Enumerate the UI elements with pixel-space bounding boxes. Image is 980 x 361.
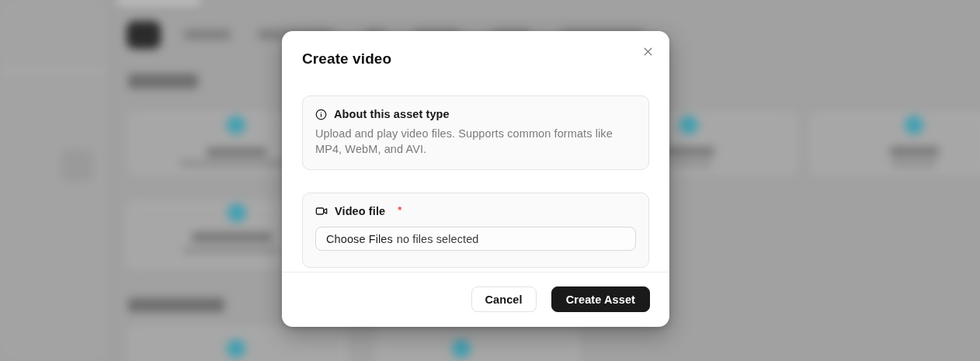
video-camera-icon — [315, 205, 328, 217]
video-file-field-group: Video file * Choose Files no files selec… — [302, 193, 649, 268]
required-asterisk: * — [398, 204, 401, 216]
blurred-card-subtitle — [179, 160, 294, 167]
create-asset-button[interactable]: Create Asset — [551, 286, 650, 312]
file-selection-status: no files selected — [397, 233, 479, 245]
dialog-body: About this asset type Upload and play vi… — [282, 70, 669, 268]
create-video-dialog: Create video About this asset type Uploa… — [282, 31, 669, 327]
asset-type-icon — [452, 339, 471, 358]
video-file-label-row: Video file * — [315, 205, 636, 217]
blurred-card-subtitle — [666, 160, 711, 167]
blurred-collapse-button — [61, 149, 93, 182]
cancel-button[interactable]: Cancel — [471, 286, 537, 312]
asset-type-icon — [905, 116, 923, 134]
about-panel-heading: About this asset type — [334, 108, 450, 120]
blurred-section-heading — [128, 74, 198, 89]
blurred-card-title — [890, 147, 939, 156]
dialog-title: Create video — [302, 48, 649, 70]
video-file-label: Video file — [335, 205, 385, 217]
about-panel-header: About this asset type — [315, 108, 636, 120]
dialog-header: Create video — [282, 31, 669, 70]
about-panel-description: Upload and play video files. Supports co… — [315, 126, 636, 157]
blurred-tab — [184, 30, 231, 40]
dialog-footer: Cancel Create Asset — [282, 272, 669, 327]
info-circle-icon — [315, 109, 327, 120]
video-file-input[interactable]: Choose Files no files selected — [315, 227, 636, 251]
x-icon — [642, 46, 654, 57]
blurred-top-bar — [116, 0, 200, 5]
asset-type-icon — [679, 116, 698, 134]
blurred-active-tab-pill — [127, 21, 161, 49]
blurred-left-panel-divider — [0, 70, 108, 71]
close-button[interactable] — [638, 42, 657, 61]
blurred-card-subtitle — [183, 247, 278, 254]
asset-type-icon — [227, 339, 245, 358]
blurred-card-title — [665, 147, 714, 156]
blurred-card-title — [207, 148, 266, 157]
about-asset-type-panel: About this asset type Upload and play vi… — [302, 95, 649, 170]
blurred-card — [375, 326, 580, 361]
screen: Create video About this asset type Uploa… — [0, 0, 980, 361]
blurred-card-title — [192, 232, 272, 242]
choose-files-button[interactable]: Choose Files — [326, 233, 393, 245]
blurred-left-panel — [0, 0, 109, 361]
blurred-section-heading — [128, 298, 224, 312]
asset-type-icon — [227, 116, 245, 134]
blurred-card-subtitle — [891, 160, 937, 167]
asset-type-icon — [228, 203, 246, 222]
